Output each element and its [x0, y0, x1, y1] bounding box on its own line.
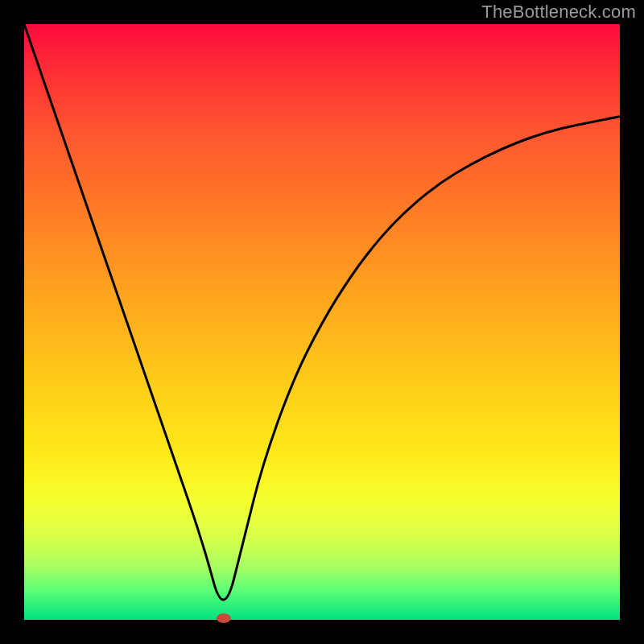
bottleneck-curve	[24, 24, 620, 600]
minimum-marker	[217, 613, 231, 623]
plot-area	[24, 24, 620, 620]
watermark-text: TheBottleneck.com	[481, 2, 636, 23]
chart-svg	[24, 24, 620, 620]
chart-frame: TheBottleneck.com	[0, 0, 644, 644]
